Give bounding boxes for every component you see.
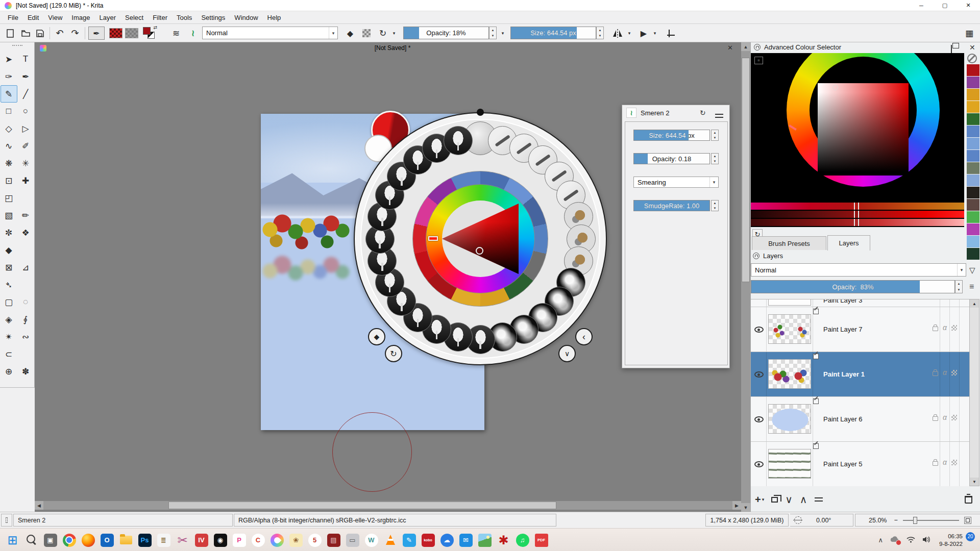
taskbar-app-icon[interactable] <box>22 529 41 551</box>
taskbar-app-icon[interactable] <box>79 529 97 551</box>
opacity-spinner[interactable]: ▲▼ <box>489 27 497 39</box>
tool-button[interactable] <box>17 241 34 259</box>
mirror-caret[interactable]: ▾ <box>626 27 633 40</box>
smudge-rate-spinner[interactable]: ▲▼ <box>711 200 719 211</box>
size-slider[interactable]: Size: 644.54 px Size: 644.54 px <box>510 27 596 39</box>
image-size-segment[interactable]: 1,754 x 2,480 (129.0 MiB) <box>705 514 789 527</box>
tool-button[interactable]: ✳ <box>17 155 34 172</box>
history-color-swatch[interactable] <box>967 248 979 260</box>
history-color-swatch[interactable] <box>967 236 979 247</box>
save-button[interactable] <box>34 27 46 40</box>
alpha-lock-icon[interactable]: α <box>943 368 947 377</box>
layer-visibility-eye-icon[interactable] <box>754 461 764 467</box>
taskbar-app-icon[interactable] <box>60 529 79 551</box>
layer-thumbnail[interactable] <box>768 449 811 479</box>
scroll-right-arrow[interactable]: ▶ <box>732 501 741 510</box>
opacity-slider[interactable]: Opacity: 18% Opacity: 18% <box>403 27 489 39</box>
editor-size-slider[interactable]: Size: 644.54 px Size: 644.54 px <box>633 130 710 141</box>
editor-opacity-slider[interactable]: Opacity: 0.18 Opacity: 0.18 <box>633 153 710 164</box>
tool-button[interactable]: ❋ <box>1 155 17 172</box>
history-color-swatch[interactable] <box>967 101 979 113</box>
layers-scroll-down[interactable]: ▼ <box>970 478 979 486</box>
layer-thumbnail[interactable] <box>768 404 811 434</box>
advanced-color-selector[interactable]: ≡ <box>751 53 964 227</box>
lightness-strip[interactable] <box>751 219 964 226</box>
layer-blending-dropdown[interactable]: Normal ▾ <box>751 263 966 277</box>
color-selector-header[interactable]: Advanced Colour Selector <box>754 43 841 51</box>
taskbar-app-icon[interactable] <box>116 529 135 551</box>
taskbar-app-icon[interactable]: ☁ <box>437 529 456 551</box>
layer-name[interactable]: Paint Layer 1 <box>823 370 865 378</box>
new-document-button[interactable] <box>4 27 16 40</box>
layer-lock-icon[interactable] <box>933 371 938 376</box>
tool-button[interactable]: ⊿ <box>17 259 34 276</box>
move-layer-down-button[interactable]: ∨ <box>785 493 793 506</box>
tool-button[interactable] <box>17 276 34 293</box>
reload-icon[interactable]: ↻ <box>700 109 706 117</box>
close-dock-button[interactable]: ✕ <box>969 43 975 52</box>
layer-properties-button[interactable] <box>815 496 823 503</box>
hue-strip[interactable] <box>751 203 964 210</box>
tool-button[interactable]: ⊂ <box>1 345 17 363</box>
saturation-strip[interactable] <box>751 211 964 218</box>
opacity-caret[interactable]: ▾ <box>498 27 507 40</box>
tool-button[interactable]: ✑ <box>1 68 17 85</box>
taskbar-app-icon[interactable]: IV <box>192 529 211 551</box>
menu-item[interactable]: Select <box>120 12 148 23</box>
document-close-icon[interactable]: ✕ <box>727 44 733 52</box>
acs-settings-icon[interactable]: ≡ <box>754 57 763 64</box>
volume-icon[interactable] <box>922 536 930 544</box>
taskbar-app-icon[interactable]: ▭ <box>343 529 362 551</box>
menu-item[interactable]: View <box>43 12 67 23</box>
move-layer-up-button[interactable]: ∧ <box>800 493 807 506</box>
tool-button[interactable]: ○ <box>17 103 34 120</box>
tool-button[interactable]: ✏ <box>17 207 34 224</box>
tool-button[interactable]: ◰ <box>1 189 17 207</box>
lock-icon[interactable] <box>753 253 760 259</box>
onedrive-icon[interactable] <box>890 536 899 544</box>
taskbar-app-icon[interactable]: ◉ <box>211 529 230 551</box>
wrap-around-button[interactable]: ▶ <box>637 27 650 40</box>
inherit-alpha-icon[interactable] <box>951 415 957 420</box>
brush-editor-header[interactable]: ≀ Smeren 2 ↻ <box>622 105 729 120</box>
zoom-slider-handle[interactable] <box>913 517 917 524</box>
open-button[interactable] <box>19 27 32 40</box>
tool-button[interactable]: ∾ <box>17 328 34 345</box>
layer-opacity-spinner[interactable]: ▲▼ <box>955 280 963 293</box>
minimize-button[interactable]: ─ <box>910 0 933 11</box>
trim-button[interactable] <box>664 27 678 40</box>
layers-dock-header[interactable]: Layers <box>753 252 783 260</box>
vertical-scrollbar[interactable]: ▲ ▼ <box>741 42 750 512</box>
layers-scrollbar[interactable]: ▲ ▼ <box>969 299 979 486</box>
docker-tab[interactable]: Brush Presets <box>752 236 826 250</box>
tool-button[interactable]: ╱ <box>17 85 34 103</box>
layer-lock-icon[interactable] <box>933 461 938 466</box>
editor-size-spinner[interactable]: ▲▼ <box>711 130 719 141</box>
tool-button[interactable]: ◇ <box>1 120 17 137</box>
delete-layer-button[interactable] <box>965 496 972 504</box>
foreground-background-colors[interactable]: ⇄ <box>143 27 156 39</box>
tool-button[interactable]: □ <box>1 103 17 120</box>
eraser-mode-button[interactable]: ◆ <box>343 27 357 40</box>
brush-preset-button[interactable]: ≀ <box>186 27 200 40</box>
layer-lock-icon[interactable] <box>933 416 938 421</box>
menu-item[interactable]: Layer <box>94 12 120 23</box>
close-button[interactable]: ✕ <box>957 0 980 11</box>
zoom-out-icon[interactable]: − <box>894 517 897 524</box>
tool-button[interactable]: ◈ <box>1 311 17 328</box>
taskbar-app-icon[interactable]: P <box>230 529 249 551</box>
reload-preset-button[interactable]: ↻ <box>376 27 389 40</box>
tool-button[interactable]: ▷ <box>17 120 34 137</box>
taskbar-app-icon[interactable]: ✂ <box>173 529 192 551</box>
size-spinner[interactable]: ▲▼ <box>596 27 604 39</box>
tool-button[interactable]: ∮ <box>17 311 34 328</box>
tool-button[interactable]: ➤ <box>1 51 17 68</box>
no-color-icon[interactable] <box>967 54 977 63</box>
inherit-alpha-icon[interactable] <box>951 460 957 465</box>
scroll-left-arrow[interactable]: ◀ <box>35 501 43 510</box>
inherit-alpha-icon[interactable] <box>951 370 957 375</box>
layer-menu-button[interactable]: ≡ <box>969 282 974 291</box>
menu-item[interactable]: Tools <box>172 12 197 23</box>
tool-button[interactable]: ✒ <box>17 68 34 85</box>
history-color-swatch[interactable] <box>967 138 979 149</box>
